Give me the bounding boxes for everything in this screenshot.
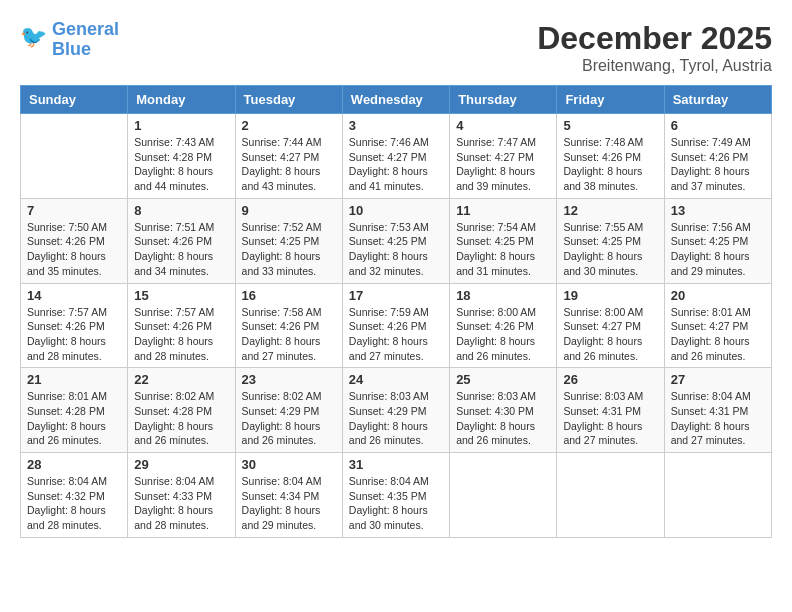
day-cell: 31Sunrise: 8:04 AM Sunset: 4:35 PM Dayli… [342,453,449,538]
day-cell: 21Sunrise: 8:01 AM Sunset: 4:28 PM Dayli… [21,368,128,453]
day-info: Sunrise: 7:56 AM Sunset: 4:25 PM Dayligh… [671,220,765,279]
day-number: 16 [242,288,336,303]
day-number: 5 [563,118,657,133]
day-number: 22 [134,372,228,387]
day-info: Sunrise: 7:58 AM Sunset: 4:26 PM Dayligh… [242,305,336,364]
day-info: Sunrise: 8:04 AM Sunset: 4:31 PM Dayligh… [671,389,765,448]
day-info: Sunrise: 8:02 AM Sunset: 4:28 PM Dayligh… [134,389,228,448]
day-info: Sunrise: 8:03 AM Sunset: 4:29 PM Dayligh… [349,389,443,448]
day-cell: 24Sunrise: 8:03 AM Sunset: 4:29 PM Dayli… [342,368,449,453]
day-number: 17 [349,288,443,303]
day-info: Sunrise: 7:48 AM Sunset: 4:26 PM Dayligh… [563,135,657,194]
day-number: 21 [27,372,121,387]
day-cell [557,453,664,538]
calendar-table: SundayMondayTuesdayWednesdayThursdayFrid… [20,85,772,538]
day-cell: 30Sunrise: 8:04 AM Sunset: 4:34 PM Dayli… [235,453,342,538]
day-number: 10 [349,203,443,218]
weekday-header-friday: Friday [557,86,664,114]
day-cell: 17Sunrise: 7:59 AM Sunset: 4:26 PM Dayli… [342,283,449,368]
day-number: 8 [134,203,228,218]
day-info: Sunrise: 8:00 AM Sunset: 4:26 PM Dayligh… [456,305,550,364]
day-cell: 10Sunrise: 7:53 AM Sunset: 4:25 PM Dayli… [342,198,449,283]
day-cell: 2Sunrise: 7:44 AM Sunset: 4:27 PM Daylig… [235,114,342,199]
day-number: 24 [349,372,443,387]
day-cell: 25Sunrise: 8:03 AM Sunset: 4:30 PM Dayli… [450,368,557,453]
day-info: Sunrise: 8:04 AM Sunset: 4:32 PM Dayligh… [27,474,121,533]
month-title: December 2025 [537,20,772,57]
day-cell [450,453,557,538]
day-number: 9 [242,203,336,218]
day-cell: 14Sunrise: 7:57 AM Sunset: 4:26 PM Dayli… [21,283,128,368]
day-cell: 12Sunrise: 7:55 AM Sunset: 4:25 PM Dayli… [557,198,664,283]
day-number: 1 [134,118,228,133]
day-cell: 22Sunrise: 8:02 AM Sunset: 4:28 PM Dayli… [128,368,235,453]
day-number: 28 [27,457,121,472]
day-info: Sunrise: 7:52 AM Sunset: 4:25 PM Dayligh… [242,220,336,279]
title-block: December 2025 Breitenwang, Tyrol, Austri… [537,20,772,75]
logo-icon: 🐦 [20,28,48,52]
logo-text: General Blue [52,20,119,60]
day-cell: 19Sunrise: 8:00 AM Sunset: 4:27 PM Dayli… [557,283,664,368]
day-number: 4 [456,118,550,133]
day-info: Sunrise: 7:53 AM Sunset: 4:25 PM Dayligh… [349,220,443,279]
day-info: Sunrise: 7:43 AM Sunset: 4:28 PM Dayligh… [134,135,228,194]
day-cell: 9Sunrise: 7:52 AM Sunset: 4:25 PM Daylig… [235,198,342,283]
day-cell: 13Sunrise: 7:56 AM Sunset: 4:25 PM Dayli… [664,198,771,283]
weekday-header-row: SundayMondayTuesdayWednesdayThursdayFrid… [21,86,772,114]
day-number: 19 [563,288,657,303]
day-number: 20 [671,288,765,303]
day-number: 18 [456,288,550,303]
week-row-0: 1Sunrise: 7:43 AM Sunset: 4:28 PM Daylig… [21,114,772,199]
day-cell: 8Sunrise: 7:51 AM Sunset: 4:26 PM Daylig… [128,198,235,283]
day-number: 27 [671,372,765,387]
weekday-header-monday: Monday [128,86,235,114]
week-row-3: 21Sunrise: 8:01 AM Sunset: 4:28 PM Dayli… [21,368,772,453]
weekday-header-wednesday: Wednesday [342,86,449,114]
day-cell: 5Sunrise: 7:48 AM Sunset: 4:26 PM Daylig… [557,114,664,199]
day-info: Sunrise: 8:00 AM Sunset: 4:27 PM Dayligh… [563,305,657,364]
week-row-2: 14Sunrise: 7:57 AM Sunset: 4:26 PM Dayli… [21,283,772,368]
day-number: 15 [134,288,228,303]
day-info: Sunrise: 8:04 AM Sunset: 4:34 PM Dayligh… [242,474,336,533]
day-cell [664,453,771,538]
day-number: 11 [456,203,550,218]
day-number: 29 [134,457,228,472]
location: Breitenwang, Tyrol, Austria [537,57,772,75]
day-info: Sunrise: 8:04 AM Sunset: 4:35 PM Dayligh… [349,474,443,533]
day-number: 26 [563,372,657,387]
svg-text:🐦: 🐦 [20,28,48,50]
day-cell: 15Sunrise: 7:57 AM Sunset: 4:26 PM Dayli… [128,283,235,368]
day-info: Sunrise: 7:49 AM Sunset: 4:26 PM Dayligh… [671,135,765,194]
day-number: 14 [27,288,121,303]
day-info: Sunrise: 7:59 AM Sunset: 4:26 PM Dayligh… [349,305,443,364]
day-info: Sunrise: 7:57 AM Sunset: 4:26 PM Dayligh… [134,305,228,364]
day-number: 30 [242,457,336,472]
day-info: Sunrise: 7:46 AM Sunset: 4:27 PM Dayligh… [349,135,443,194]
day-cell: 27Sunrise: 8:04 AM Sunset: 4:31 PM Dayli… [664,368,771,453]
day-cell: 1Sunrise: 7:43 AM Sunset: 4:28 PM Daylig… [128,114,235,199]
day-info: Sunrise: 8:03 AM Sunset: 4:31 PM Dayligh… [563,389,657,448]
logo-line1: General [52,19,119,39]
day-number: 25 [456,372,550,387]
day-cell: 11Sunrise: 7:54 AM Sunset: 4:25 PM Dayli… [450,198,557,283]
day-cell: 23Sunrise: 8:02 AM Sunset: 4:29 PM Dayli… [235,368,342,453]
day-cell: 18Sunrise: 8:00 AM Sunset: 4:26 PM Dayli… [450,283,557,368]
weekday-header-saturday: Saturday [664,86,771,114]
day-info: Sunrise: 7:55 AM Sunset: 4:25 PM Dayligh… [563,220,657,279]
day-number: 2 [242,118,336,133]
day-cell: 28Sunrise: 8:04 AM Sunset: 4:32 PM Dayli… [21,453,128,538]
page-header: 🐦 General Blue December 2025 Breitenwang… [20,20,772,75]
day-info: Sunrise: 8:01 AM Sunset: 4:28 PM Dayligh… [27,389,121,448]
day-number: 31 [349,457,443,472]
day-info: Sunrise: 7:44 AM Sunset: 4:27 PM Dayligh… [242,135,336,194]
day-info: Sunrise: 7:50 AM Sunset: 4:26 PM Dayligh… [27,220,121,279]
day-info: Sunrise: 8:04 AM Sunset: 4:33 PM Dayligh… [134,474,228,533]
day-info: Sunrise: 8:03 AM Sunset: 4:30 PM Dayligh… [456,389,550,448]
day-number: 6 [671,118,765,133]
day-number: 7 [27,203,121,218]
day-cell: 26Sunrise: 8:03 AM Sunset: 4:31 PM Dayli… [557,368,664,453]
day-info: Sunrise: 7:57 AM Sunset: 4:26 PM Dayligh… [27,305,121,364]
day-info: Sunrise: 8:01 AM Sunset: 4:27 PM Dayligh… [671,305,765,364]
day-info: Sunrise: 7:47 AM Sunset: 4:27 PM Dayligh… [456,135,550,194]
day-number: 12 [563,203,657,218]
